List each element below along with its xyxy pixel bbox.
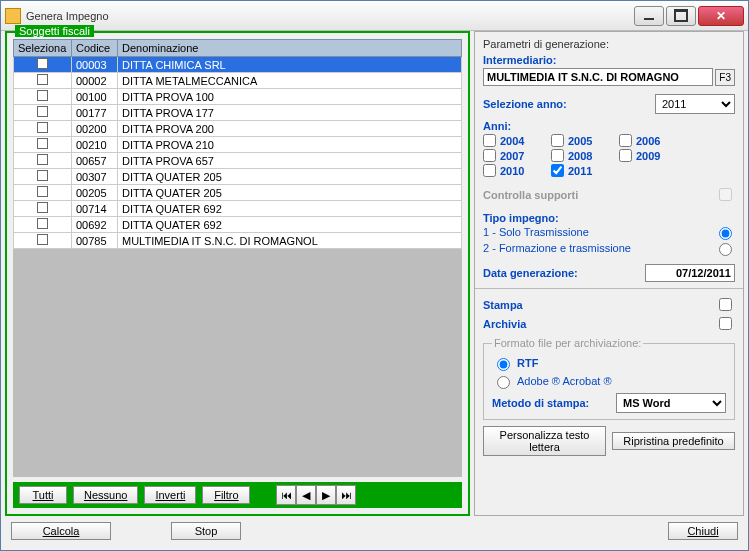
checkbox-icon[interactable] xyxy=(37,170,48,181)
filter-button[interactable]: Filtro xyxy=(202,486,250,504)
minimize-button[interactable] xyxy=(634,6,664,26)
none-button[interactable]: Nessuno xyxy=(73,486,138,504)
row-name: DITTA PROVA 177 xyxy=(118,105,462,121)
stampa-check[interactable] xyxy=(719,298,732,311)
row-check-cell[interactable] xyxy=(14,153,72,169)
stop-button[interactable]: Stop xyxy=(171,522,241,540)
year-2009[interactable]: 2009 xyxy=(619,149,675,162)
archivia-check[interactable] xyxy=(719,317,732,330)
nav-prev-button[interactable]: ◀ xyxy=(296,485,316,505)
row-check-cell[interactable] xyxy=(14,169,72,185)
maximize-button[interactable] xyxy=(666,6,696,26)
row-code: 00307 xyxy=(72,169,118,185)
table-row[interactable]: 00210DITTA PROVA 210 xyxy=(14,137,462,153)
app-icon xyxy=(5,8,21,24)
subjects-grid[interactable]: Seleziona Codice Denominazione 00003DITT… xyxy=(13,39,462,249)
checkbox-icon[interactable] xyxy=(37,234,48,245)
checkbox-icon[interactable] xyxy=(37,90,48,101)
checkbox-icon[interactable] xyxy=(37,186,48,197)
table-row[interactable]: 00205DITTA QUATER 205 xyxy=(14,185,462,201)
row-check-cell[interactable] xyxy=(14,233,72,249)
table-row[interactable]: 00177DITTA PROVA 177 xyxy=(14,105,462,121)
f3-button[interactable]: F3 xyxy=(715,69,735,86)
checkbox-icon[interactable] xyxy=(37,58,48,69)
year-2007[interactable]: 2007 xyxy=(483,149,539,162)
calcola-button[interactable]: Calcola xyxy=(11,522,111,540)
rtf-label: RTF xyxy=(517,357,538,369)
year-2010[interactable]: 2010 xyxy=(483,164,539,177)
col-denominazione[interactable]: Denominazione xyxy=(118,40,462,57)
year-2004[interactable]: 2004 xyxy=(483,134,539,147)
subjects-toolbar: Tutti Nessuno Inverti Filtro ⏮ ◀ ▶ ⏭ xyxy=(13,482,462,508)
close-button[interactable] xyxy=(698,6,744,26)
table-row[interactable]: 00785MULTIMEDIA IT S.N.C. DI ROMAGNOL xyxy=(14,233,462,249)
table-row[interactable]: 00692DITTA QUATER 692 xyxy=(14,217,462,233)
row-name: DITTA QUATER 692 xyxy=(118,201,462,217)
row-check-cell[interactable] xyxy=(14,217,72,233)
table-row[interactable]: 00307DITTA QUATER 205 xyxy=(14,169,462,185)
params-panel: Parametri di generazione: Intermediario:… xyxy=(474,31,744,516)
row-code: 00205 xyxy=(72,185,118,201)
checkbox-icon[interactable] xyxy=(37,122,48,133)
year-2005[interactable]: 2005 xyxy=(551,134,607,147)
table-row[interactable]: 00002DITTA METALMECCANICA xyxy=(14,73,462,89)
table-row[interactable]: 00003DITTA CHIMICA SRL xyxy=(14,57,462,73)
window-title: Genera Impegno xyxy=(26,10,634,22)
metodo-select[interactable]: MS Word xyxy=(616,393,726,413)
checkbox-icon[interactable] xyxy=(37,218,48,229)
table-row[interactable]: 00714DITTA QUATER 692 xyxy=(14,201,462,217)
chiudi-button[interactable]: Chiudi xyxy=(668,522,738,540)
checkbox-icon[interactable] xyxy=(37,74,48,85)
invert-button[interactable]: Inverti xyxy=(144,486,196,504)
main-window: Genera Impegno Soggetti fiscali Selezion… xyxy=(0,0,749,551)
row-check-cell[interactable] xyxy=(14,73,72,89)
nav-last-button[interactable]: ⏭ xyxy=(336,485,356,505)
intermediario-field[interactable] xyxy=(483,68,713,86)
table-row[interactable]: 00100DITTA PROVA 100 xyxy=(14,89,462,105)
row-code: 00003 xyxy=(72,57,118,73)
adobe-label: Adobe ® Acrobat ® xyxy=(517,375,612,387)
stampa-label: Stampa xyxy=(483,299,523,311)
col-seleziona[interactable]: Seleziona xyxy=(14,40,72,57)
row-check-cell[interactable] xyxy=(14,137,72,153)
tipo1-radio[interactable] xyxy=(719,227,732,240)
year-2006[interactable]: 2006 xyxy=(619,134,675,147)
checkbox-icon[interactable] xyxy=(37,106,48,117)
row-name: DITTA QUATER 692 xyxy=(118,217,462,233)
col-codice[interactable]: Codice xyxy=(72,40,118,57)
nav-next-button[interactable]: ▶ xyxy=(316,485,336,505)
row-code: 00177 xyxy=(72,105,118,121)
checkbox-icon[interactable] xyxy=(37,154,48,165)
row-code: 00002 xyxy=(72,73,118,89)
row-check-cell[interactable] xyxy=(14,201,72,217)
row-check-cell[interactable] xyxy=(14,89,72,105)
nav-buttons: ⏮ ◀ ▶ ⏭ xyxy=(276,485,356,505)
table-row[interactable]: 00657DITTA PROVA 657 xyxy=(14,153,462,169)
rtf-radio[interactable] xyxy=(497,358,510,371)
tipo2-label: 2 - Formazione e trasmissione xyxy=(483,242,631,254)
row-name: DITTA PROVA 100 xyxy=(118,89,462,105)
personalizza-button[interactable]: Personalizza testo lettera xyxy=(483,426,606,456)
nav-first-button[interactable]: ⏮ xyxy=(276,485,296,505)
row-name: DITTA PROVA 210 xyxy=(118,137,462,153)
archivia-label: Archivia xyxy=(483,318,526,330)
row-check-cell[interactable] xyxy=(14,185,72,201)
year-2011[interactable]: 2011 xyxy=(551,164,607,177)
checkbox-icon[interactable] xyxy=(37,202,48,213)
selezione-anno-select[interactable]: 2011 xyxy=(655,94,735,114)
tipo2-radio[interactable] xyxy=(719,243,732,256)
params-title: Parametri di generazione: xyxy=(483,38,735,50)
adobe-radio[interactable] xyxy=(497,376,510,389)
ripristina-button[interactable]: Ripristina predefinito xyxy=(612,432,735,450)
controlla-supporti-label: Controlla supporti xyxy=(483,189,578,201)
selezione-anno-label: Selezione anno: xyxy=(483,98,567,110)
row-check-cell[interactable] xyxy=(14,121,72,137)
data-gen-field[interactable] xyxy=(645,264,735,282)
row-check-cell[interactable] xyxy=(14,105,72,121)
year-2008[interactable]: 2008 xyxy=(551,149,607,162)
checkbox-icon[interactable] xyxy=(37,138,48,149)
table-row[interactable]: 00200DITTA PROVA 200 xyxy=(14,121,462,137)
row-check-cell[interactable] xyxy=(14,57,72,73)
data-gen-label: Data generazione: xyxy=(483,267,578,279)
all-button[interactable]: Tutti xyxy=(19,486,67,504)
